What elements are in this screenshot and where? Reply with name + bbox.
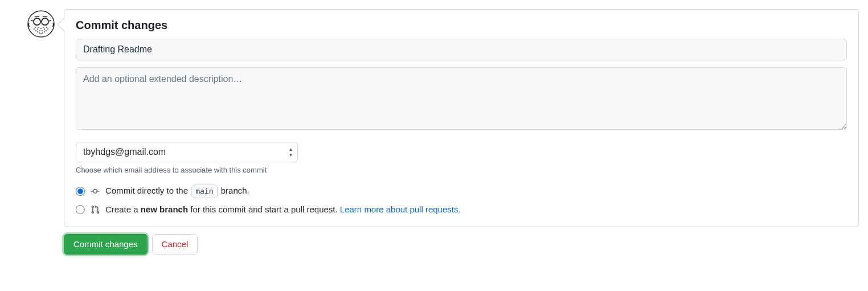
commit-form: Commit changes tbyhdgs@gmail.com ▴▾ Choo… bbox=[64, 9, 859, 227]
svg-point-7 bbox=[35, 30, 36, 31]
svg-point-13 bbox=[46, 30, 47, 31]
avatar bbox=[27, 10, 55, 38]
svg-point-20 bbox=[42, 30, 43, 31]
svg-point-17 bbox=[37, 28, 38, 30]
svg-point-0 bbox=[28, 11, 54, 37]
svg-point-11 bbox=[42, 32, 43, 34]
svg-point-18 bbox=[44, 28, 45, 30]
commit-changes-button[interactable]: Commit changes bbox=[64, 234, 148, 255]
commit-target-radio-group: Commit directly to the main branch. Crea… bbox=[76, 185, 847, 215]
cancel-button[interactable]: Cancel bbox=[152, 234, 198, 255]
commit-email-select[interactable]: tbyhdgs@gmail.com bbox=[76, 142, 298, 162]
svg-point-9 bbox=[39, 32, 40, 34]
commit-direct-option[interactable]: Commit directly to the main branch. bbox=[76, 185, 847, 198]
email-helper-text: Choose which email address to associate … bbox=[76, 166, 847, 174]
svg-point-16 bbox=[46, 27, 47, 28]
svg-point-6 bbox=[34, 28, 35, 30]
svg-line-5 bbox=[48, 21, 51, 21]
commit-direct-radio[interactable] bbox=[76, 187, 85, 196]
commit-description-textarea[interactable] bbox=[76, 67, 847, 130]
learn-more-pull-requests-link[interactable]: Learn more about pull requests. bbox=[340, 204, 461, 214]
git-commit-icon bbox=[91, 187, 100, 196]
form-heading: Commit changes bbox=[76, 19, 847, 32]
commit-new-branch-radio[interactable] bbox=[76, 205, 85, 214]
svg-point-12 bbox=[44, 31, 45, 32]
commit-direct-label: Commit directly to the main branch. bbox=[105, 185, 249, 198]
svg-point-22 bbox=[43, 27, 44, 28]
git-pull-request-icon bbox=[91, 205, 100, 214]
commit-summary-input[interactable] bbox=[76, 39, 847, 60]
svg-point-21 bbox=[38, 27, 39, 28]
svg-point-10 bbox=[40, 33, 42, 34]
svg-point-23 bbox=[40, 28, 42, 29]
svg-point-19 bbox=[39, 30, 40, 31]
form-actions: Commit changes Cancel bbox=[64, 234, 859, 255]
branch-badge: main bbox=[191, 185, 217, 198]
svg-point-8 bbox=[37, 31, 38, 32]
commit-new-branch-label: Create a new branch for this commit and … bbox=[105, 204, 461, 215]
commit-new-branch-option[interactable]: Create a new branch for this commit and … bbox=[76, 204, 847, 215]
svg-point-15 bbox=[35, 27, 36, 28]
svg-point-14 bbox=[47, 28, 48, 30]
